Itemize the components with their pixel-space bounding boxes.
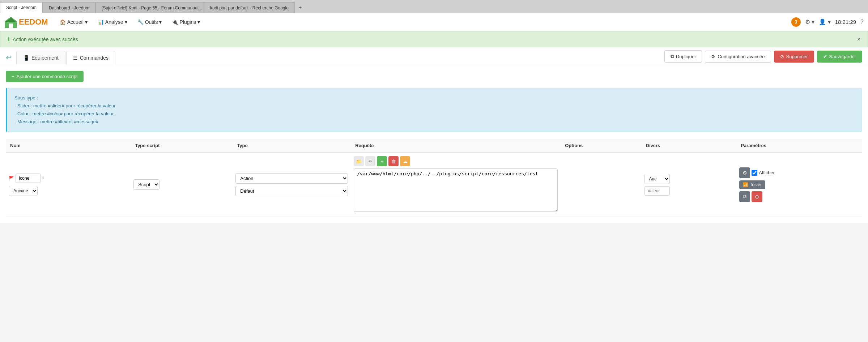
table-header: Nom Type script Type Requête Options Div… [6, 139, 862, 152]
nav-analyse[interactable]: 📊 Analyse ▾ [93, 16, 132, 28]
clock: 18:21:29 [835, 19, 856, 25]
help-button[interactable]: ? [860, 19, 864, 25]
supprimer-icon: ⊘ [780, 54, 784, 59]
tab-commandes[interactable]: ☰ Commandes [66, 51, 115, 65]
tab-bar: ↩ 📱 Equipement ☰ Commandes ⧉ Dupliquer ⚙… [0, 47, 868, 65]
options-cell [561, 152, 641, 217]
remove-button[interactable]: ⊖ [752, 191, 762, 202]
divers-select[interactable]: Auc [644, 174, 670, 184]
tester-button[interactable]: 📶 Tester [739, 180, 765, 189]
valeur-input[interactable] [644, 186, 670, 196]
info-line-0: Sous type : [14, 94, 855, 102]
new-tab-button[interactable]: + [295, 2, 306, 13]
back-button[interactable]: ↩ [6, 53, 12, 62]
settings-button[interactable]: ⚙ ▾ [805, 18, 814, 25]
nav-outils[interactable]: 🔧 Outils ▾ [133, 16, 166, 28]
parametres-cell: ⚙ Afficher 📶 Tester [736, 152, 862, 217]
logo: EEDOM [4, 16, 48, 29]
browser-tab-1[interactable]: Dashboard - Jeedom [43, 2, 95, 13]
edit-icon-button[interactable]: ✏ [365, 156, 375, 166]
gear-button[interactable]: ⚙ [739, 167, 750, 178]
col-type-script: Type script [131, 139, 233, 152]
browser-tab-0[interactable]: Script - Jeedom [0, 2, 43, 13]
dupliquer-icon: ⧉ [671, 54, 674, 59]
tab-equipement[interactable]: 📱 Equipement [16, 51, 65, 64]
tab-actions: ⧉ Dupliquer ⚙ Configuration avancée ⊘ Su… [664, 50, 862, 65]
commandes-icon: ☰ [73, 55, 78, 61]
supprimer-button[interactable]: ⊘ Supprimer [774, 51, 814, 63]
type-cell: Action Info Défaut Slider Color Message [233, 152, 351, 217]
browser-tabs: Script - Jeedom Dashboard - Jeedom [Suje… [0, 0, 868, 13]
col-divers: Divers [642, 139, 737, 152]
info-line-3: - Message : mettre #title# et #message# [14, 118, 855, 126]
browser-tab-3[interactable]: kodi port par default - Recherche Google [204, 2, 295, 13]
main-content: + Ajouter une commande script Sous type … [0, 65, 868, 223]
logo-text: EEDOM [19, 17, 48, 27]
notification-badge[interactable]: 3 [791, 17, 801, 27]
wifi-icon: 📶 [743, 182, 748, 187]
afficher-label: Afficher [759, 170, 775, 175]
alert-icon: ℹ [8, 36, 10, 43]
nav-accueil[interactable]: 🏠 Accueil ▾ [55, 16, 92, 28]
requete-cell: 📁 ✏ + 🗑 ☁ /var/www/html/core/php/../../p… [351, 152, 561, 217]
sauvegarder-button[interactable]: ✔ Sauvegarder [817, 51, 862, 63]
type-script-select[interactable]: Script HTTP [133, 179, 159, 190]
table-row: 🚩 ℹ Aucune Script [6, 152, 862, 217]
info-box: Sous type : - Slider : mettre #slider# p… [6, 88, 862, 132]
commands-table: Nom Type script Type Requête Options Div… [6, 139, 862, 217]
user-button[interactable]: 👤 ▾ [819, 18, 830, 25]
browser-tab-2[interactable]: [Sujet officiel] Kodi - Page 65 - Forum … [95, 2, 204, 13]
info-line-1: - Slider : mettre #slider# pour récupére… [14, 102, 855, 110]
nom-cell: 🚩 ℹ Aucune [6, 152, 131, 217]
equipement-icon: 📱 [23, 55, 29, 61]
type-select[interactable]: Action Info [235, 173, 348, 184]
aucune-select[interactable]: Aucune [9, 186, 38, 196]
top-nav: EEDOM 🏠 Accueil ▾ 📊 Analyse ▾ 🔧 Outils ▾… [0, 13, 868, 31]
nav-menu: 🏠 Accueil ▾ 📊 Analyse ▾ 🔧 Outils ▾ 🔌 Plu… [55, 16, 791, 28]
delete-file-button[interactable]: 🗑 [388, 156, 399, 166]
subtype-select[interactable]: Défaut Slider Color Message [235, 186, 348, 196]
col-options: Options [561, 139, 641, 152]
dupliquer-button[interactable]: ⧉ Dupliquer [664, 50, 702, 63]
alert-bar: ℹ Action exécutée avec succès × [0, 31, 868, 47]
logo-icon [4, 16, 17, 29]
upload-button[interactable]: ☁ [400, 156, 410, 166]
svg-rect-1 [9, 23, 13, 28]
alert-close-button[interactable]: × [857, 36, 860, 43]
nav-right: 3 ⚙ ▾ 👤 ▾ 18:21:29 ? [791, 17, 864, 27]
copy-button[interactable]: ⧉ [739, 191, 750, 202]
add-commande-button[interactable]: + Ajouter une commande script [6, 71, 84, 82]
nom-icon: 🚩 [9, 176, 14, 181]
add-file-button[interactable]: + [377, 156, 387, 166]
col-parametres: Paramètres [736, 139, 862, 152]
nav-plugins[interactable]: 🔌 Plugins ▾ [167, 16, 204, 28]
sauvegarder-icon: ✔ [823, 54, 827, 59]
add-icon: + [12, 74, 14, 79]
tester-label: Tester [750, 182, 762, 187]
col-requete: Requête [351, 139, 561, 152]
col-nom: Nom [6, 139, 131, 152]
afficher-checkbox[interactable] [752, 170, 757, 176]
type-script-cell: Script HTTP [131, 152, 233, 217]
nom-info-icon: ℹ [42, 176, 44, 180]
divers-cell: Auc [642, 152, 737, 217]
info-line-2: - Color : mettre #color# pour récupérer … [14, 110, 855, 118]
config-avancee-button[interactable]: ⚙ Configuration avancée [705, 51, 771, 63]
config-icon: ⚙ [711, 54, 715, 59]
table-body: 🚩 ℹ Aucune Script [6, 152, 862, 217]
requete-input[interactable]: /var/www/html/core/php/../../plugins/scr… [354, 168, 558, 212]
content-area: ↩ 📱 Equipement ☰ Commandes ⧉ Dupliquer ⚙… [0, 47, 868, 223]
nom-input[interactable] [16, 174, 41, 183]
col-type: Type [233, 139, 351, 152]
folder-icon-button[interactable]: 📁 [354, 156, 364, 166]
alert-message: Action exécutée avec succès [13, 37, 78, 42]
